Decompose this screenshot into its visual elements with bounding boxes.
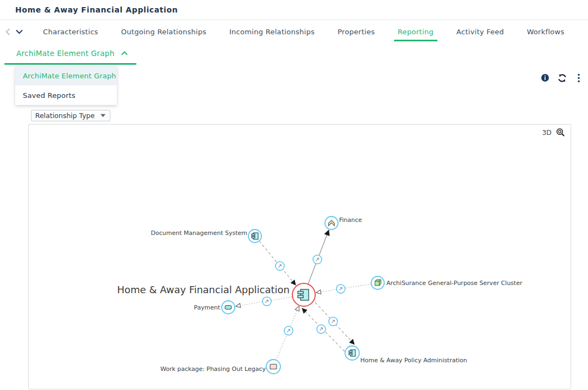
refresh-icon[interactable]: [557, 73, 567, 83]
relationship-badge[interactable]: [262, 297, 271, 306]
tab-outgoing-relationships[interactable]: Outgoing Relationships: [110, 20, 218, 43]
page-title: Home & Away Financial Application: [0, 5, 178, 14]
chevron-down-icon[interactable]: [15, 27, 23, 36]
tab-workflows[interactable]: Workflows: [515, 20, 576, 43]
menu-item-saved-reports[interactable]: Saved Reports: [15, 85, 117, 105]
page-header: Home & Away Financial Application: [0, 0, 588, 20]
chevron-up-icon: [121, 48, 128, 58]
view-mode-3d-button[interactable]: 3D: [542, 128, 552, 137]
node-work-package-phasing-out-legacy[interactable]: Work package: Phasing Out Legacy: [160, 360, 280, 374]
tab-scroll-controls: [0, 20, 32, 43]
node-archisurance-server-cluster[interactable]: ArchiSurance General-Purpose Server Clus…: [371, 276, 522, 289]
report-selector-label: ArchiMate Element Graph: [16, 49, 115, 58]
tab-activity-feed[interactable]: Activity Feed: [445, 20, 516, 43]
graph-panel: 3D: [28, 124, 571, 389]
tab-properties[interactable]: Properties: [326, 20, 386, 43]
technology-node-icon: [375, 280, 381, 286]
node-label: Document Management System: [151, 230, 247, 237]
node-payment[interactable]: Payment: [194, 301, 235, 314]
graph-tools: 3D: [542, 127, 565, 137]
more-options-icon[interactable]: [574, 73, 584, 83]
application-window: Home & Away Financial Application Charac…: [0, 0, 588, 390]
caret-down-icon: [100, 114, 106, 117]
node-label: Home & Away Policy Administration: [360, 357, 467, 364]
work-package-icon: [270, 364, 277, 369]
active-report-underline: [4, 63, 136, 65]
node-home-away-policy-administration[interactable]: Home & Away Policy Administration: [345, 346, 467, 364]
node-home-away-financial-application[interactable]: Home & Away Financial Application: [117, 283, 315, 306]
relationship-badge[interactable]: [336, 284, 345, 293]
report-selector-toggle[interactable]: ArchiMate Element Graph: [0, 44, 128, 63]
node-label: Payment: [194, 304, 221, 311]
report-selector-row: ArchiMate Element Graph: [0, 44, 128, 65]
relationship-type-label: Relationship Type: [35, 112, 95, 120]
menu-item-archimate-element-graph[interactable]: ArchiMate Element Graph: [15, 66, 117, 85]
info-icon[interactable]: [540, 73, 550, 83]
tab-characteristics[interactable]: Characteristics: [32, 20, 110, 43]
node-document-management-system[interactable]: Document Management System: [151, 230, 261, 243]
application-service-icon: [225, 306, 232, 309]
report-toolbar: [540, 73, 584, 83]
central-node-label: Home & Away Financial Application: [117, 284, 290, 295]
relationship-type-select[interactable]: Relationship Type: [31, 110, 110, 121]
node-label: Work package: Phasing Out Legacy: [160, 366, 266, 373]
relationship-badge[interactable]: [313, 255, 322, 264]
tab-reporting[interactable]: Reporting: [386, 20, 445, 43]
node-label: ArchiSurance General-Purpose Server Clus…: [386, 280, 522, 287]
node-finance[interactable]: Finance: [325, 216, 362, 230]
tab-incoming-relationships[interactable]: Incoming Relationships: [218, 20, 326, 43]
chevron-left-icon[interactable]: [4, 27, 11, 36]
relationship-badge[interactable]: [317, 325, 326, 333]
relationship-badge[interactable]: [329, 317, 337, 326]
node-label: Finance: [339, 216, 362, 224]
relationship-badge[interactable]: [284, 326, 293, 335]
tab-bar: Characteristics Outgoing Relationships I…: [0, 20, 588, 43]
report-dropdown-menu: ArchiMate Element Graph Saved Reports: [15, 66, 117, 105]
relationship-badge[interactable]: [276, 262, 284, 270]
zoom-magnifier-icon[interactable]: [555, 127, 565, 137]
element-graph[interactable]: Home & Away Financial Application Financ…: [29, 125, 571, 389]
